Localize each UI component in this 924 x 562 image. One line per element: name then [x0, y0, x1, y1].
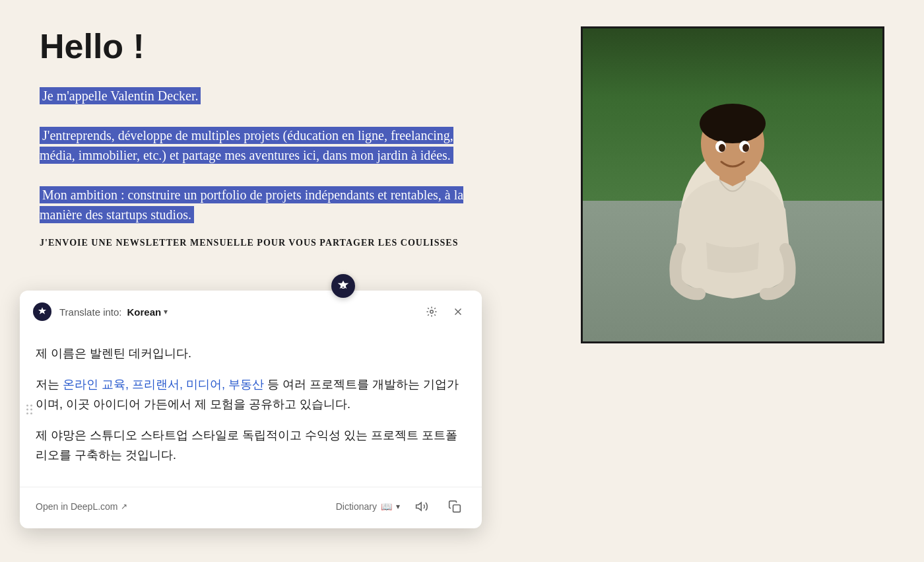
svg-point-9	[430, 310, 434, 314]
svg-rect-13	[453, 505, 461, 512]
person-silhouette	[634, 90, 832, 341]
translation-line-3: 제 야망은 스튜디오 스타트업 스타일로 독립적이고 수익성 있는 프로젝트 포…	[36, 425, 466, 466]
drag-handle[interactable]	[26, 404, 32, 414]
language-name: Korean	[127, 306, 162, 318]
dictionary-chevron-icon: ▾	[396, 502, 400, 511]
language-selector[interactable]: Korean ▾	[127, 306, 168, 318]
translation-line-2: 저는 온라인 교육, 프리랜서, 미디어, 부동산 등 여러 프로젝트를 개발하…	[36, 374, 466, 415]
deepl-popup: Translate into: Korean ▾ 제 이름은 발렌	[20, 291, 482, 528]
settings-button[interactable]	[421, 301, 442, 322]
text-section: Je m'appelle Valentin Decker. J'entrepre…	[40, 86, 488, 248]
deepl-logo	[33, 302, 51, 321]
deepl-floating-icon[interactable]	[331, 274, 355, 298]
close-button[interactable]	[447, 301, 469, 322]
profile-image-container	[581, 26, 884, 343]
svg-point-7	[742, 144, 749, 152]
svg-marker-12	[416, 503, 422, 510]
translation-body: 제 이름은 발렌틴 데커입니다. 저는 온라인 교육, 프리랜서, 미디어, 부…	[20, 330, 482, 487]
paragraph-1-text: Je m'appelle Valentin Decker.	[40, 87, 201, 104]
paragraph-2: J'entreprends, développe de multiples pr…	[40, 125, 488, 165]
newsletter-line: J'ENVOIE UNE NEWSLETTER MENSUELLE POUR V…	[40, 238, 488, 248]
dictionary-label: Dictionary	[336, 501, 377, 512]
paragraph-3: Mon ambition : construire un portfolio d…	[40, 185, 488, 225]
page-container: Hello ! Je m'appelle Valentin Decker. J'…	[0, 0, 924, 562]
external-link-icon: ↗	[121, 502, 127, 511]
translation-line-1: 제 이름은 발렌틴 데커입니다.	[36, 343, 466, 364]
svg-point-6	[719, 144, 725, 152]
copy-button[interactable]	[444, 495, 466, 518]
audio-button[interactable]	[411, 495, 433, 518]
chevron-down-icon: ▾	[164, 307, 168, 317]
svg-point-2	[700, 104, 766, 143]
deepl-footer: Open in DeepL.com ↗ Dictionary 📖 ▾	[20, 487, 482, 528]
paragraph-1: Je m'appelle Valentin Decker.	[40, 86, 488, 106]
deepl-header: Translate into: Korean ▾	[20, 291, 482, 330]
dictionary-button[interactable]: Dictionary 📖 ▾	[336, 501, 400, 512]
book-icon: 📖	[381, 501, 392, 512]
paragraph-3-text: Mon ambition : construire un portfolio d…	[40, 186, 463, 223]
paragraph-2-text: J'entreprends, développe de multiples pr…	[40, 127, 453, 164]
open-deepl-link[interactable]: Open in DeepL.com ↗	[36, 501, 127, 512]
translate-label: Translate into:	[59, 306, 122, 318]
